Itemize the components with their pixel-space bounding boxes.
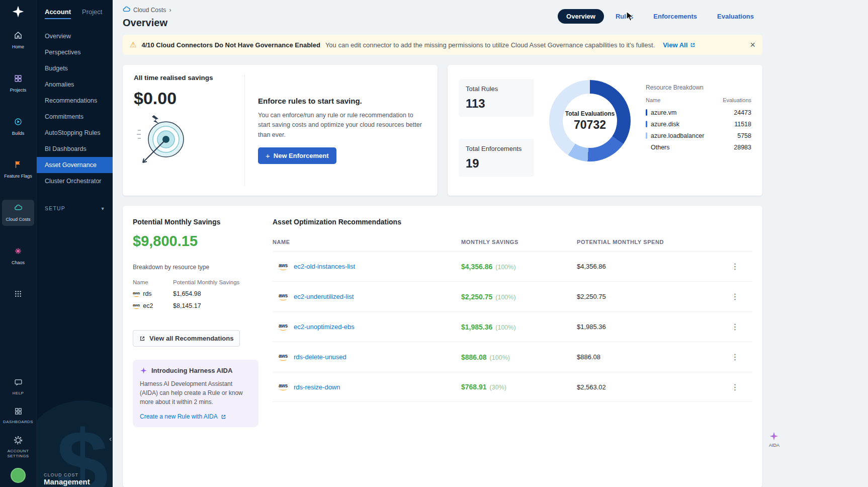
sidebar-item-autostopping-rules[interactable]: AutoStopping Rules [37, 125, 113, 141]
account-settings-label: ACCOUNT SETTINGS [2, 449, 34, 459]
total-enforcements-label: Total Enforcements [466, 145, 527, 152]
kebab-menu-icon[interactable]: ⋮ [726, 322, 744, 332]
monthly-savings: $1,985.36 [461, 323, 492, 331]
module-picker[interactable] [2, 286, 34, 303]
sidebar-item-anomalies[interactable]: Anomalies [37, 76, 113, 93]
aws-icon: aws [279, 323, 288, 331]
recommendations-table-header: NAME MONTHLY SAVINGS POTENTIAL MONTHLY S… [273, 233, 752, 251]
total-rules-label: Total Rules [466, 85, 527, 93]
account-settings-button[interactable]: ACCOUNT SETTINGS [2, 436, 34, 459]
view-all-link[interactable]: View All [663, 41, 696, 49]
module-rail: Home Projects Builds Feature Flags Cloud… [0, 0, 36, 487]
breakdown-col-savings: Potential Monthly Savings [173, 279, 258, 285]
dashboards-button[interactable]: DASHBOARDS [2, 407, 34, 425]
grid-icon [14, 290, 22, 300]
dashboards-label: DASHBOARDS [3, 420, 33, 425]
rail-item-label: Chaos [12, 260, 25, 266]
legend-col-name: Name [646, 97, 660, 103]
view-all-recommendations-button[interactable]: View all Recommendations [133, 330, 240, 347]
kebab-menu-icon[interactable]: ⋮ [726, 262, 744, 271]
governance-warning-banner: ⚠ 4/10 Cloud Connectors Do Not Have Gove… [123, 35, 762, 55]
sidebar-item-recommendations[interactable]: Recommendations [37, 93, 113, 109]
rail-item-home[interactable]: Home [2, 27, 34, 53]
aida-fab[interactable]: AIDA [769, 431, 779, 448]
savings-percent: (100%) [495, 294, 515, 301]
rail-item-cloud-costs[interactable]: Cloud Costs [2, 200, 34, 226]
create-rule-with-aida-link[interactable]: Create a new Rule with AIDA [140, 413, 251, 420]
donut-label: Total Evaluations [565, 110, 615, 117]
legend-name: Others [651, 144, 670, 151]
kebab-menu-icon[interactable]: ⋮ [726, 382, 744, 392]
donut-value: 70732 [574, 118, 606, 132]
legend-name: azure.disk [651, 121, 679, 128]
help-button[interactable]: HELP [2, 378, 34, 396]
close-icon[interactable]: × [750, 40, 755, 49]
sidebar-item-bi-dashboards[interactable]: BI Dashboards [37, 141, 113, 157]
legend-name: azure.vm [651, 109, 676, 116]
legend-marker [646, 132, 647, 139]
recommendations-title: Asset Optimization Recommendations [273, 218, 752, 226]
kebab-menu-icon[interactable]: ⋮ [726, 352, 744, 362]
recommendation-link[interactable]: rds-resize-down [294, 383, 340, 391]
aws-icon: aws [133, 291, 140, 297]
tab-overview[interactable]: Overview [558, 9, 604, 24]
recommendation-link[interactable]: ec2-underutilized-list [294, 293, 354, 300]
sidebar-item-cluster-orchestrator[interactable]: Cluster Orchestrator [37, 173, 113, 189]
tab-rules[interactable]: Rules [607, 9, 642, 24]
new-enforcement-button[interactable]: + New Enforcement [258, 147, 336, 164]
governance-stats-card: Total Rules 113 Total Enforcements 19 To… [448, 65, 762, 196]
aida-sparkle-icon [769, 431, 779, 441]
kebab-menu-icon[interactable]: ⋮ [726, 292, 744, 301]
table-row: aws rds-delete-unused $886.08(100%) $886… [273, 342, 752, 372]
rail-item-label: Cloud Costs [6, 217, 30, 222]
chaos-icon [14, 247, 23, 258]
recommendation-link[interactable]: rds-delete-unused [294, 353, 346, 361]
module-name-large: Management [44, 477, 90, 486]
sidebar-item-overview[interactable]: Overview [37, 28, 113, 44]
divider [244, 75, 245, 186]
rail-item-chaos[interactable]: Chaos [2, 243, 34, 269]
breakdown-row: aws rds $1,654.98 [133, 288, 258, 300]
savings-percent: (100%) [495, 264, 515, 271]
resource-name: rds [143, 290, 151, 297]
tab-enforcements[interactable]: Enforcements [645, 9, 706, 24]
sidebar-item-asset-governance[interactable]: Asset Governance [37, 157, 113, 173]
aws-icon: aws [133, 303, 140, 309]
rail-item-builds[interactable]: Builds [2, 114, 34, 140]
legend-name: azure.loadbalancer [651, 132, 704, 139]
harness-logo[interactable] [12, 5, 25, 20]
legend-marker [646, 109, 647, 116]
legend-row: Others 28983 [646, 141, 751, 153]
tab-project[interactable]: Project [82, 8, 102, 19]
external-link-icon [690, 42, 696, 48]
sidebar-item-commitments[interactable]: Commitments [37, 109, 113, 125]
potential-savings-column: Potential Monthly Savings $9,800.15 Brea… [133, 218, 258, 475]
monthly-spend: $2,563.02 [577, 383, 718, 391]
user-avatar[interactable] [11, 468, 26, 483]
legend-value: 11518 [734, 121, 751, 128]
rail-item-feature-flags[interactable]: Feature Flags [2, 156, 34, 183]
aida-title: Introducing Harness AIDA [151, 367, 232, 374]
rail-item-projects[interactable]: Projects [2, 70, 34, 97]
help-label: HELP [13, 391, 24, 396]
legend-value: 24473 [734, 109, 751, 116]
builds-icon [14, 117, 23, 128]
feature-flags-icon [14, 160, 23, 171]
tab-evaluations[interactable]: Evaluations [709, 9, 762, 24]
sidebar-collapse-icon[interactable]: ‹ [109, 434, 112, 443]
page-title: Overview [123, 17, 171, 29]
all-time-savings-card: All time realised savings $0.00 [123, 65, 438, 196]
sidebar-item-budgets[interactable]: Budgets [37, 60, 113, 76]
sidebar-item-perspectives[interactable]: Perspectives [37, 44, 113, 60]
recommendation-link[interactable]: ec2-unoptimized-ebs [294, 323, 355, 331]
page-tabs: Overview Rules Enforcements Evaluations [558, 9, 762, 24]
module-name-small: CLOUD COST [44, 472, 90, 477]
breakdown-table: Name Potential Monthly Savings aws rds $… [133, 277, 258, 312]
plus-icon: + [266, 152, 270, 159]
tab-account[interactable]: Account [45, 8, 71, 19]
home-icon [14, 31, 23, 42]
sidebar-setup-toggle[interactable]: SETUP ▾ [37, 200, 113, 216]
monthly-spend: $2,250.75 [577, 293, 718, 300]
breadcrumb-cloud-costs[interactable]: Cloud Costs [133, 7, 166, 14]
recommendation-link[interactable]: ec2-old-instances-list [294, 263, 355, 270]
